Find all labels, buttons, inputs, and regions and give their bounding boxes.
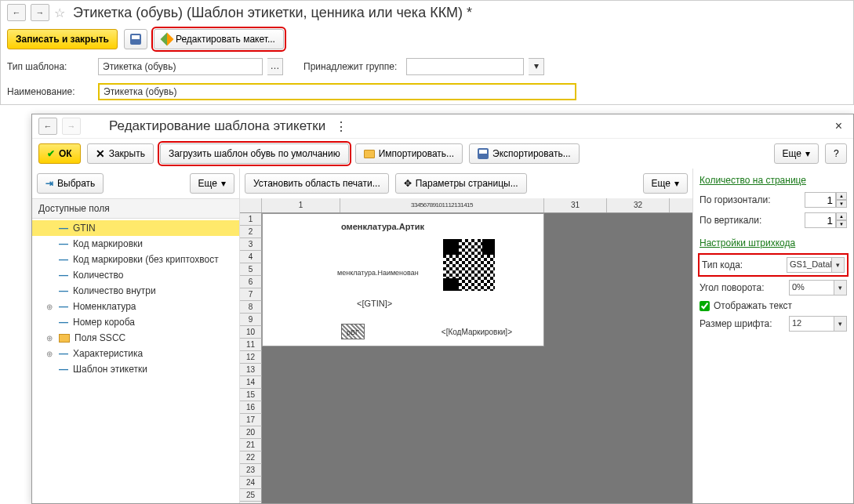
pencil-icon bbox=[160, 33, 173, 46]
template-type-ellipsis[interactable]: … bbox=[267, 58, 283, 75]
template-type-input[interactable]: Этикетка (обувь) bbox=[98, 58, 263, 75]
window-title: Этикетка (обувь) (Шаблон этикетки, ценни… bbox=[73, 5, 472, 21]
edit-layout-button[interactable]: Редактировать макет... bbox=[154, 29, 284, 49]
name-row: Наименование: Этикетка (обувь) bbox=[1, 79, 853, 104]
save-close-button[interactable]: Записать и закрыть bbox=[7, 29, 118, 49]
nav-forward-button[interactable]: → bbox=[31, 4, 49, 21]
disk-icon bbox=[130, 34, 141, 45]
name-label: Наименование: bbox=[7, 86, 93, 97]
main-window: ← → ☆ Этикетка (обувь) (Шаблон этикетки,… bbox=[0, 0, 854, 105]
titlebar: ← → ☆ Этикетка (обувь) (Шаблон этикетки,… bbox=[1, 1, 853, 24]
nav-back-button[interactable]: ← bbox=[7, 4, 26, 21]
name-input[interactable]: Этикетка (обувь) bbox=[98, 83, 576, 100]
main-toolbar: Записать и закрыть Редактировать макет..… bbox=[1, 24, 853, 54]
template-type-label: Тип шаблона: bbox=[7, 61, 93, 72]
favorite-icon[interactable]: ☆ bbox=[54, 5, 65, 20]
save-button[interactable] bbox=[124, 29, 147, 49]
template-type-row: Тип шаблона: Этикетка (обувь) … Принадле… bbox=[1, 54, 853, 79]
group-input[interactable] bbox=[406, 58, 524, 75]
group-label: Принадлежит группе: bbox=[303, 61, 397, 72]
group-dropdown[interactable]: ▾ bbox=[529, 58, 544, 75]
